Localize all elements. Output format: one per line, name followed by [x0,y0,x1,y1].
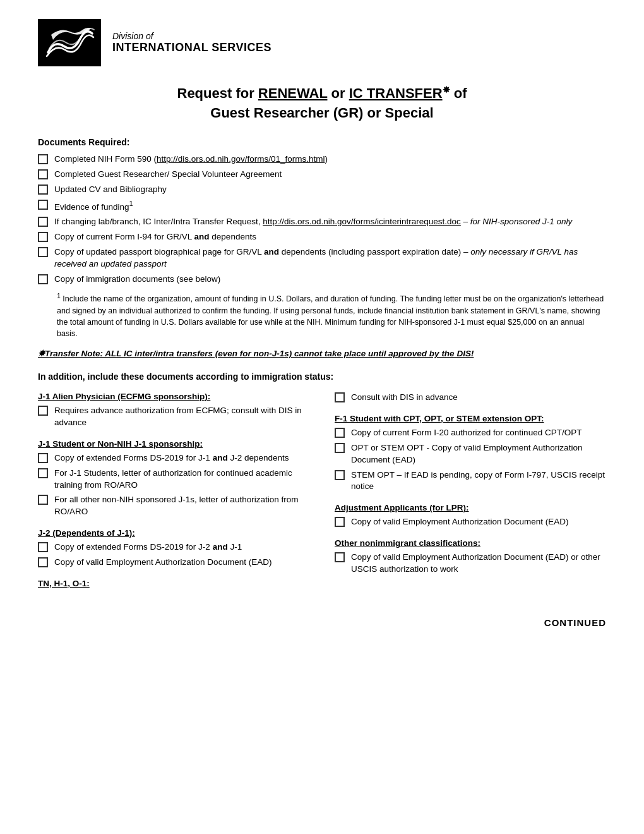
left-column: J-1 Alien Physician (ECFMG sponsorship):… [38,392,309,592]
item-text: Consult with DIS in advance [351,392,458,404]
adjustment-heading: Adjustment Applicants (for LPR): [335,503,606,512]
footnote-text: Include the name of the organization, am… [57,295,604,338]
list-item: Evidence of funding1 [38,199,606,213]
footnote-section: 1 Include the name of the organization, … [57,291,606,339]
list-item: Copy of valid Employment Authorization D… [335,552,606,576]
checkbox [38,542,48,552]
list-item: For J-1 Students, letter of authorizatio… [38,468,309,492]
two-column-layout: J-1 Alien Physician (ECFMG sponsorship):… [38,392,606,592]
logo-icon [42,22,97,63]
list-item: Copy of valid Employment Authorization D… [38,557,309,569]
item-text: Copy of current Form I-20 authorized for… [351,427,581,439]
list-item: For all other non-NIH sponsored J-1s, le… [38,494,309,518]
immigration-heading: In addition, include these documents acc… [38,372,606,382]
item-text: Updated CV and Bibliography [54,184,167,196]
continued-text: CONTINUED [544,617,606,628]
title-line2: Guest Researcher (GR) or Special [210,105,433,121]
list-item: Copy of extended Forms DS-2019 for J-2 a… [38,541,309,553]
adjustment-list: Copy of valid Employment Authorization D… [335,516,606,528]
list-item: Copy of current Form I-94 for GR/VL and … [38,231,606,243]
checkbox [38,406,48,416]
title-asterisk: ✸ [443,85,450,95]
list-item: Completed NIH Form 590 (http://dis.ors.o… [38,154,606,166]
checkbox [335,552,345,562]
title-renewal: RENEWAL [258,85,328,101]
list-item: Copy of updated passport biographical pa… [38,246,606,270]
item-text: OPT or STEM OPT - Copy of valid Employme… [351,442,606,466]
f1-student-list: Copy of current Form I-20 authorized for… [335,427,606,493]
checkbox [38,453,48,463]
checkbox [335,392,345,402]
list-item: Copy of immigration documents (see below… [38,274,606,286]
checkbox [38,232,48,242]
list-item: Copy of valid Employment Authorization D… [335,516,606,528]
list-item: Completed Guest Researcher/ Special Volu… [38,169,606,181]
intl-services-label: INTERNATIONAL SERVICES [112,41,271,54]
list-item: Consult with DIS in advance [335,392,606,404]
item-text: Copy of valid Employment Authorization D… [351,552,606,576]
j1-student-heading: J-1 Student or Non-NIH J-1 sponsorship: [38,439,309,449]
transfer-note: ✸Transfer Note: ALL IC inter/intra trans… [38,348,606,360]
item-text: If changing lab/branch, IC Inter/Intra T… [54,216,572,228]
list-item: STEM OPT – If EAD is pending, copy of Fo… [335,469,606,493]
list-item: Copy of current Form I-20 authorized for… [335,427,606,439]
nih-form-link[interactable]: http://dis.ors.od.nih.gov/forms/01_forms… [157,154,325,164]
checkbox [38,274,48,284]
checkbox [38,557,48,567]
item-text: For J-1 Students, letter of authorizatio… [54,468,309,492]
item-text: Requires advance authorization from ECFM… [54,405,309,429]
header-text: Division of INTERNATIONAL SERVICES [112,31,271,54]
logo [38,19,101,66]
item-text: Copy of valid Employment Authorization D… [351,516,568,528]
checkbox [38,154,48,164]
immigration-section: In addition, include these documents acc… [38,372,606,592]
j2-heading: J-2 (Dependents of J-1): [38,528,309,538]
continued-label: CONTINUED [38,617,606,628]
f1-student-heading: F-1 Student with CPT, OPT, or STEM exten… [335,414,606,423]
footnote-number: 1 [57,293,61,299]
other-nonimmigrant-heading: Other nonimmigrant classifications: [335,538,606,548]
j2-list: Copy of extended Forms DS-2019 for J-2 a… [38,541,309,569]
documents-section: Documents Required: Completed NIH Form 5… [38,137,606,286]
transfer-link[interactable]: http://dis.ors.od.nih.gov/forms/icinteri… [263,217,461,226]
item-text: Evidence of funding1 [54,199,133,213]
item-text: Copy of current Form I-94 for GR/VL and … [54,231,256,243]
checkbox [38,169,48,179]
right-column: Consult with DIS in advance F-1 Student … [335,392,606,592]
documents-list: Completed NIH Form 590 (http://dis.ors.o… [38,154,606,286]
checkbox [335,470,345,480]
list-item: Updated CV and Bibliography [38,184,606,196]
tn-h1-o1-heading: TN, H-1, O-1: [38,579,309,588]
item-text: Copy of extended Forms DS-2019 for J-1 a… [54,452,289,464]
item-text: For all other non-NIH sponsored J-1s, le… [54,494,309,518]
checkbox [38,217,48,227]
j1-student-list: Copy of extended Forms DS-2019 for J-1 a… [38,452,309,518]
item-text: Copy of extended Forms DS-2019 for J-2 a… [54,541,242,553]
page-header: Division of INTERNATIONAL SERVICES [38,19,606,66]
item-text: Completed Guest Researcher/ Special Volu… [54,169,282,181]
list-item: Requires advance authorization from ECFM… [38,405,309,429]
consult-dis-list: Consult with DIS in advance [335,392,606,404]
checkbox [38,495,48,505]
documents-heading: Documents Required: [38,137,606,147]
item-text: STEM OPT – If EAD is pending, copy of Fo… [351,469,606,493]
checkbox [335,517,345,527]
checkbox [335,428,345,438]
item-text: Copy of updated passport biographical pa… [54,246,606,270]
page-title: Request for RENEWAL or IC TRANSFER✸ of G… [38,84,606,123]
checkbox [335,443,345,453]
list-item: Copy of extended Forms DS-2019 for J-1 a… [38,452,309,464]
title-of: of [450,85,467,101]
division-of-label: Division of [112,31,271,41]
j1-alien-physician-list: Requires advance authorization from ECFM… [38,405,309,429]
item-text: Completed NIH Form 590 (http://dis.ors.o… [54,154,328,166]
item-text: Copy of valid Employment Authorization D… [54,557,271,569]
footnote-ref: 1 [129,200,133,207]
j1-alien-physician-heading: J-1 Alien Physician (ECFMG sponsorship): [38,392,309,401]
other-nonimmigrant-list: Copy of valid Employment Authorization D… [335,552,606,576]
item-text: Copy of immigration documents (see below… [54,274,220,286]
list-item: If changing lab/branch, IC Inter/Intra T… [38,216,606,228]
checkbox [38,184,48,195]
title-or: or [327,85,349,101]
title-request-for: Request for [177,85,258,101]
